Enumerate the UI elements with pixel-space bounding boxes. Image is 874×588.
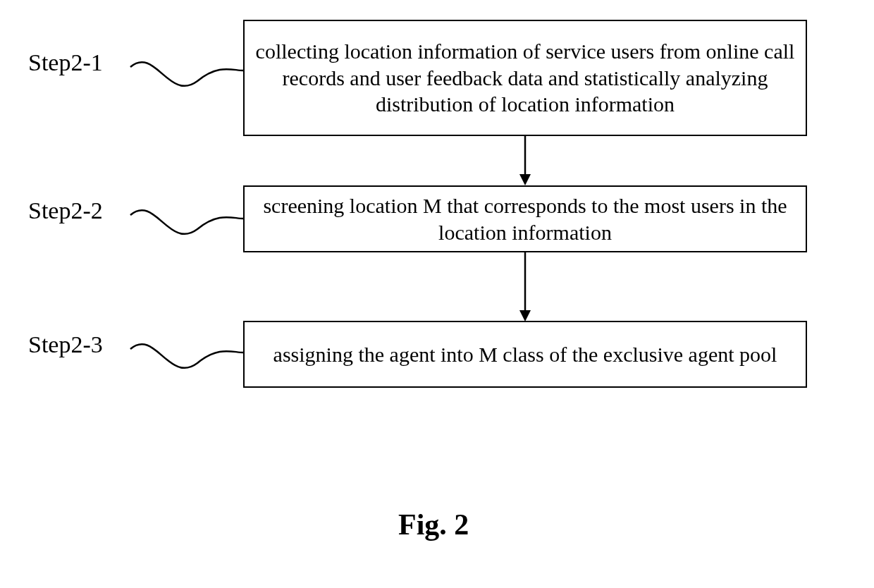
flow-box-1: collecting location information of servi… <box>243 20 807 136</box>
squiggle-connector-3 <box>127 335 247 384</box>
step-label-2: Step2-2 <box>28 197 103 224</box>
svg-marker-1 <box>519 174 531 185</box>
svg-marker-3 <box>519 310 531 321</box>
arrow-2-to-3 <box>515 252 536 323</box>
squiggle-connector-2 <box>127 201 247 250</box>
flow-box-2-text: screening location M that corresponds to… <box>254 192 796 245</box>
step-label-3: Step2-3 <box>28 331 103 358</box>
arrow-1-to-2 <box>515 136 536 187</box>
flowchart-canvas: Step2-1 Step2-2 Step2-3 collecting locat… <box>0 0 874 588</box>
flow-box-2: screening location M that corresponds to… <box>243 185 807 252</box>
step-label-1: Step2-1 <box>28 49 103 76</box>
flow-box-3-text: assigning the agent into M class of the … <box>273 341 777 368</box>
figure-caption: Fig. 2 <box>398 508 469 541</box>
squiggle-connector-1 <box>127 53 247 102</box>
flow-box-1-text: collecting location information of servi… <box>254 38 796 118</box>
flow-box-3: assigning the agent into M class of the … <box>243 321 807 388</box>
